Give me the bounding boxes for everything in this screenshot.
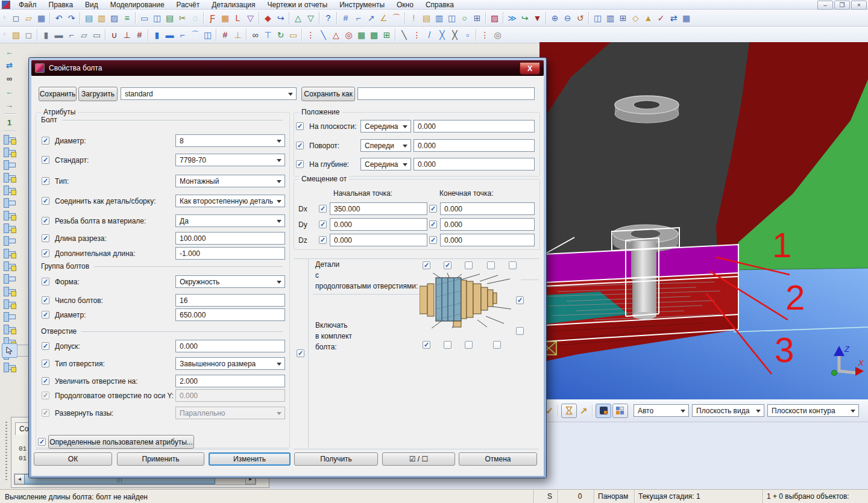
slotted-part-checkbox-2[interactable]: ✓ xyxy=(444,261,451,269)
slotted-part-checkbox-3[interactable]: ✓ xyxy=(465,261,473,269)
include-part-checkbox-4[interactable]: ✓ xyxy=(493,341,501,349)
menu-item-4[interactable]: Моделирование xyxy=(104,0,171,9)
calendar-icon[interactable]: ⊞ xyxy=(471,11,483,24)
sync-model-icon[interactable]: ⇄ xyxy=(2,59,17,72)
steel-connection-icon-14[interactable] xyxy=(3,298,16,310)
fast-forward-icon[interactable]: ≫ xyxy=(506,11,518,24)
measure-angle-icon[interactable]: △ xyxy=(330,28,342,41)
divide-line-icon[interactable]: ⋮ xyxy=(479,28,491,41)
measure-circle-icon[interactable]: ◎ xyxy=(342,28,355,41)
undo-icon[interactable]: ↶ xyxy=(52,11,65,24)
steel-connection-icon-15[interactable] xyxy=(3,311,16,322)
restore-button[interactable]: ❐ xyxy=(834,1,850,10)
menu-item-2[interactable]: Правка xyxy=(43,0,80,9)
steel-connection-icon-5[interactable] xyxy=(3,184,16,196)
prev-view-icon[interactable]: ← xyxy=(2,86,17,98)
3d-viewport[interactable]: 1 2 3 Z X xyxy=(539,42,868,399)
steel-beam-icon[interactable]: ▬ xyxy=(163,28,176,41)
swap-icon[interactable]: ⇄ xyxy=(667,11,680,24)
zoom-in-icon[interactable]: ⊕ xyxy=(549,11,561,24)
phase-1-icon[interactable]: 1 xyxy=(2,116,17,129)
menu-item-6[interactable]: Детализация xyxy=(206,0,261,9)
catalog-icon[interactable]: ▦ xyxy=(219,11,231,24)
plumb-icon[interactable]: ⊥ xyxy=(231,28,244,41)
polybeam-icon[interactable]: ⌐ xyxy=(65,28,78,41)
plane-mode-button[interactable] xyxy=(596,404,611,418)
cancel-button[interactable]: Отмена xyxy=(459,452,537,466)
steel-column-icon[interactable]: ▮ xyxy=(151,28,163,41)
point-box-icon[interactable]: ▫ xyxy=(461,28,474,41)
work-plane-select[interactable]: Плоскость вида xyxy=(692,404,764,417)
corner-icon[interactable]: ⌐ xyxy=(352,11,365,24)
bolt-down-icon[interactable]: ▽ xyxy=(304,11,317,24)
close-window-button[interactable]: × xyxy=(851,1,867,10)
jump-start-icon[interactable]: ← xyxy=(2,46,17,58)
ok-button[interactable]: ОК xyxy=(34,452,112,466)
menu-item-7[interactable]: Чертежи и отчеты xyxy=(262,0,334,9)
log-icon[interactable]: L xyxy=(231,11,244,24)
include-part-checkbox-1[interactable]: ✓ xyxy=(423,341,430,349)
clock-task-icon[interactable]: ○ xyxy=(458,11,471,24)
create-point-icon[interactable]: ◆ xyxy=(262,11,274,24)
menu-item-9[interactable]: Окно xyxy=(391,0,420,9)
curved-arrow-icon[interactable]: ↪ xyxy=(274,11,287,24)
point-ratio-icon[interactable]: ⋮ xyxy=(410,28,423,41)
slab-icon[interactable]: ▭ xyxy=(90,28,103,41)
steel-connection-icon-13[interactable] xyxy=(3,286,16,297)
snapshot-icon[interactable]: ▥ xyxy=(433,11,445,24)
check-points-icon[interactable]: ✓ xyxy=(655,11,667,24)
column-icon[interactable]: ▮ xyxy=(40,28,52,41)
slotted-part-checkbox-1[interactable]: ✓ xyxy=(423,261,430,269)
washer-checkbox-1[interactable]: ✓ xyxy=(516,296,524,304)
redo-icon[interactable]: ↷ xyxy=(65,11,78,24)
notes-icon[interactable]: ◫ xyxy=(445,11,458,24)
representation-select[interactable]: Авто xyxy=(634,404,689,417)
assembly-master-checkbox[interactable]: ✓ xyxy=(297,349,304,357)
slotted-part-checkbox-5[interactable]: ✓ xyxy=(509,261,517,269)
minimize-button[interactable]: – xyxy=(817,1,833,10)
grab-icon[interactable]: ▲ xyxy=(642,11,655,24)
stud-bolt-icon[interactable]: ⊥ xyxy=(121,28,133,41)
export-icon[interactable]: ▼ xyxy=(531,11,544,24)
contour-plate-icon[interactable]: ▱ xyxy=(78,28,90,41)
menu-item-3[interactable]: Вид xyxy=(79,0,104,9)
slotted-part-checkbox-4[interactable]: ✓ xyxy=(487,261,495,269)
modify-button[interactable]: Изменить xyxy=(209,452,291,466)
steel-connection-icon-19[interactable] xyxy=(3,361,16,373)
steel-connection-icon-11[interactable] xyxy=(3,260,16,272)
fence-icon[interactable]: # xyxy=(339,11,352,24)
view-list-icon[interactable]: ▤ xyxy=(163,11,176,24)
brand-tile-icon[interactable]: ▨ xyxy=(488,11,501,24)
measure-diagonal-icon[interactable]: ╲ xyxy=(317,28,330,41)
steel-connection-icon-3[interactable] xyxy=(3,159,16,170)
tile-grid-icon[interactable]: ⊞ xyxy=(617,11,629,24)
mesh-icon[interactable]: # xyxy=(133,28,146,41)
zoom-previous-icon[interactable]: ↺ xyxy=(574,11,587,24)
window-props-icon[interactable]: ▦ xyxy=(680,11,693,24)
steel-connection-icon-1[interactable] xyxy=(3,134,16,145)
pin-icon[interactable]: ! xyxy=(407,11,420,24)
anchor-bolt-icon[interactable]: ∪ xyxy=(108,28,121,41)
measure-ruler-icon[interactable]: ⋮ xyxy=(304,28,317,41)
point-parallel-icon[interactable]: / xyxy=(423,28,436,41)
include-part-checkbox-2[interactable]: ✓ xyxy=(444,341,451,349)
washer-checkbox-2[interactable]: ✓ xyxy=(516,327,524,335)
binoculars-icon[interactable]: ∞ xyxy=(2,72,17,85)
angle-icon[interactable]: ∠ xyxy=(377,11,390,24)
spin-icon[interactable]: ↻ xyxy=(274,28,287,41)
steel-connection-icon-9[interactable] xyxy=(3,235,16,246)
view-split-icon[interactable]: ◫ xyxy=(151,11,163,24)
multi-plane-button[interactable] xyxy=(612,404,628,418)
steel-connection-icon-8[interactable] xyxy=(3,222,16,234)
hourglass-button[interactable] xyxy=(561,404,577,418)
copy-properties-icon[interactable]: ▥ xyxy=(95,11,108,24)
contour-plane-select[interactable]: Плоскости контура xyxy=(767,404,859,417)
copy-stack-icon[interactable]: ▤ xyxy=(420,11,433,24)
new-window-icon[interactable]: ◫ xyxy=(591,11,604,24)
arc-icon[interactable]: ⌒ xyxy=(390,11,403,24)
save-icon[interactable]: ▦ xyxy=(35,11,48,24)
beam-icon[interactable]: ▬ xyxy=(52,28,65,41)
frame-check-icon[interactable]: ▦ xyxy=(355,28,368,41)
curved-beam-icon[interactable]: ⌒ xyxy=(189,28,201,41)
binoculars-icon[interactable]: ∞ xyxy=(249,28,262,41)
